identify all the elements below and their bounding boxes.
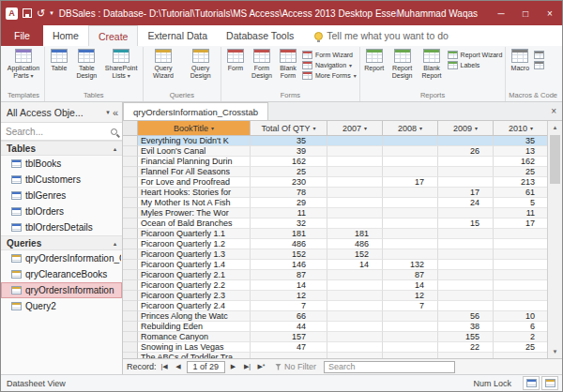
form-wizard-button[interactable]: Form Wizard xyxy=(302,51,357,59)
cell-booktitle[interactable]: Picaroon Quarterly 2.2 xyxy=(138,280,251,291)
first-record-button[interactable]: |◀ xyxy=(159,363,171,370)
cell-booktitle[interactable]: Picaroon Quarterly 2.4 xyxy=(138,301,251,311)
cell-total[interactable]: 14 xyxy=(251,280,327,291)
cell-2007[interactable]: 486 xyxy=(327,239,383,249)
cell-2007[interactable] xyxy=(327,198,383,208)
report-design-button[interactable]: Report Design xyxy=(388,47,417,80)
row-selector[interactable] xyxy=(123,291,138,301)
cell-2010[interactable]: 35 xyxy=(494,136,547,146)
nav-item[interactable]: qryOrdersInformation_Crosst... xyxy=(1,250,122,266)
cell-2008[interactable] xyxy=(383,322,438,332)
close-document-icon[interactable]: × xyxy=(545,106,562,116)
datasheet-view-button[interactable] xyxy=(523,376,540,390)
table-button[interactable]: Table xyxy=(48,47,70,72)
cell-2010[interactable]: 25 xyxy=(494,167,547,177)
module-button[interactable] xyxy=(534,51,544,59)
nav-item[interactable]: tblGenres xyxy=(1,188,122,204)
cell-2007[interactable] xyxy=(327,270,383,280)
nav-section-header-queries[interactable]: Queries▴ xyxy=(1,235,122,250)
cell-2009[interactable] xyxy=(438,229,494,239)
record-search-box[interactable]: Search xyxy=(324,361,455,373)
cell-2010[interactable]: 11 xyxy=(494,208,547,219)
cell-2007[interactable] xyxy=(327,322,383,332)
cell-booktitle[interactable]: Everything You Didn't K xyxy=(138,136,251,146)
record-indicator[interactable]: 1 of 29 xyxy=(187,361,226,373)
cell-2009[interactable] xyxy=(438,157,494,167)
cell-total[interactable]: 152 xyxy=(251,249,327,260)
cell-2007[interactable] xyxy=(327,219,383,229)
tell-me-box[interactable]: Tell me what you want to do xyxy=(314,25,449,46)
cell-2009[interactable] xyxy=(438,177,494,188)
cell-2008[interactable]: 132 xyxy=(383,260,438,270)
cell-2008[interactable] xyxy=(383,208,438,219)
cell-total[interactable]: 146 xyxy=(251,260,327,270)
nav-item[interactable]: qryOrdersInformation xyxy=(1,282,122,298)
row-selector[interactable] xyxy=(123,177,138,188)
cell-booktitle[interactable]: Picaroon Quarterly 1.4 xyxy=(138,260,251,270)
row-selector[interactable] xyxy=(123,270,138,280)
cell-2008[interactable] xyxy=(383,239,438,249)
nav-item[interactable]: tblOrders xyxy=(1,204,122,219)
cell-2010[interactable] xyxy=(494,239,547,249)
query-wizard-button[interactable]: Query Wizard xyxy=(146,47,181,80)
cell-2010[interactable]: 61 xyxy=(494,188,547,198)
save-icon[interactable] xyxy=(23,8,32,18)
column-header-booktitle[interactable]: BookTitle▾ xyxy=(138,121,251,136)
tab-file[interactable]: File xyxy=(1,25,43,46)
cell-booktitle[interactable]: For Love and Proofread xyxy=(138,177,251,188)
cell-2010[interactable] xyxy=(494,270,547,280)
form-design-button[interactable]: Form Design xyxy=(250,47,274,80)
cell-2007[interactable] xyxy=(327,146,383,157)
cell-2008[interactable]: 17 xyxy=(383,177,438,188)
filter-status[interactable]: No Filter xyxy=(275,362,316,371)
cell-2010[interactable]: 6 xyxy=(494,322,547,332)
cell-2008[interactable]: 12 xyxy=(383,291,438,301)
document-tab-crosstab[interactable]: qryOrdersInformation_Crosstab xyxy=(123,102,268,120)
cell-2008[interactable]: 7 xyxy=(383,301,438,311)
cell-2008[interactable] xyxy=(383,311,438,322)
application-parts-button[interactable]: Application Parts ▾ xyxy=(6,47,41,80)
cell-2009[interactable]: 26 xyxy=(438,146,494,157)
undo-icon[interactable]: ↺ xyxy=(37,8,45,19)
cell-2009[interactable] xyxy=(438,301,494,311)
cell-total[interactable]: 35 xyxy=(251,136,327,146)
cell-total[interactable]: 78 xyxy=(251,188,327,198)
cell-total[interactable]: 66 xyxy=(251,311,327,322)
cell-2008[interactable] xyxy=(383,167,438,177)
cell-2007[interactable] xyxy=(327,177,383,188)
row-selector[interactable] xyxy=(123,249,138,260)
tab-database-tools[interactable]: Database Tools xyxy=(217,25,303,46)
column-header-2010[interactable]: 2010▾ xyxy=(494,121,547,136)
signed-in-user[interactable]: Muhammad Waqas xyxy=(397,8,478,19)
cell-booktitle[interactable]: Financial Planning Durin xyxy=(138,157,251,167)
row-selector[interactable] xyxy=(123,198,138,208)
row-selector[interactable] xyxy=(123,157,138,167)
cell-booktitle[interactable]: Picaroon Quarterly 1.3 xyxy=(138,249,251,260)
cell-2007[interactable] xyxy=(327,332,383,342)
row-selector[interactable] xyxy=(123,239,138,249)
cell-2007[interactable] xyxy=(327,301,383,311)
cell-2008[interactable] xyxy=(383,342,438,353)
cell-total[interactable]: 47 xyxy=(251,342,327,353)
vertical-scrollbar[interactable]: ▲ ▼ xyxy=(547,121,562,358)
report-wizard-button[interactable]: Report Wizard xyxy=(448,51,503,59)
cell-total[interactable]: 486 xyxy=(251,239,327,249)
cell-2008[interactable] xyxy=(383,219,438,229)
nav-item[interactable]: tblCustomers xyxy=(1,172,122,188)
filter-caret-icon[interactable]: ▾ xyxy=(211,125,214,131)
nav-search-box[interactable]: Search... xyxy=(1,123,122,141)
row-selector[interactable] xyxy=(123,136,138,146)
cell-2008[interactable] xyxy=(383,198,438,208)
new-record-button[interactable]: ▶* xyxy=(255,363,267,370)
nav-item[interactable]: tblOrdersDetails xyxy=(1,219,122,235)
cell-2010[interactable]: 5 xyxy=(494,198,547,208)
cell-2010[interactable] xyxy=(494,280,547,291)
filter-caret-icon[interactable]: ▾ xyxy=(419,125,422,131)
blank-form-button[interactable]: Blank Form xyxy=(277,47,299,80)
cell-2007[interactable]: 14 xyxy=(327,260,383,270)
cell-total[interactable]: 162 xyxy=(251,157,327,167)
cell-2007[interactable] xyxy=(327,280,383,291)
nav-pane-header[interactable]: All Access Obje... ▾ « xyxy=(1,102,122,123)
cell-booktitle[interactable]: Heart Hooks: Stories for xyxy=(138,188,251,198)
cell-total[interactable]: 12 xyxy=(251,291,327,301)
